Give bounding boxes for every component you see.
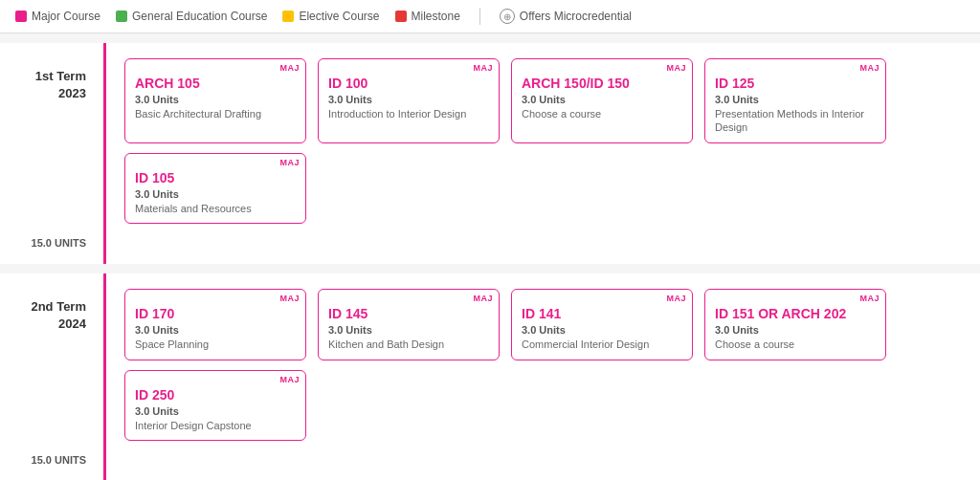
course-row-1-2: MAJ ID 105 3.0 Units Materials and Resou… <box>124 153 961 224</box>
course-card-arch105[interactable]: MAJ ARCH 105 3.0 Units Basic Architectur… <box>124 58 306 143</box>
course-row-1-1: MAJ ARCH 105 3.0 Units Basic Architectur… <box>124 58 961 143</box>
card-title: ID 100 <box>328 75 489 92</box>
card-title: ID 170 <box>135 305 296 322</box>
term-row-2: 2nd Term 2024 MAJ ID 170 3.0 Units Space… <box>19 289 961 450</box>
card-units: 3.0 Units <box>715 94 876 105</box>
elective-label: Elective Course <box>299 10 379 23</box>
card-badge: MAJ <box>279 294 300 303</box>
gen-ed-dot <box>116 11 127 22</box>
legend-major-course: Major Course <box>15 10 100 23</box>
card-units: 3.0 Units <box>135 94 296 105</box>
card-badge: MAJ <box>473 294 493 303</box>
course-row-2-1: MAJ ID 170 3.0 Units Space Planning MAJ … <box>124 289 961 360</box>
legend-elective-course: Elective Course <box>282 10 379 23</box>
microcred-label: Offers Microcredential <box>520 10 632 23</box>
gen-ed-label: General Education Course <box>132 10 267 23</box>
term-footer-2: 15.0 UNITS <box>19 454 961 466</box>
card-badge: MAJ <box>859 294 880 303</box>
course-card-id141[interactable]: MAJ ID 141 3.0 Units Commercial Interior… <box>511 289 693 360</box>
card-desc: Choose a course <box>522 107 682 120</box>
card-desc: Basic Architectural Drafting <box>135 107 296 120</box>
card-desc: Kitchen and Bath Design <box>328 338 489 351</box>
card-title: ID 151 OR ARCH 202 <box>715 305 876 322</box>
term-units-1: 15.0 UNITS <box>19 237 105 249</box>
term-courses-2: MAJ ID 170 3.0 Units Space Planning MAJ … <box>105 289 961 450</box>
course-card-id145[interactable]: MAJ ID 145 3.0 Units Kitchen and Bath De… <box>318 289 500 360</box>
card-desc: Interior Design Capstone <box>135 419 296 432</box>
card-badge: MAJ <box>666 294 686 303</box>
term-courses-1: MAJ ARCH 105 3.0 Units Basic Architectur… <box>105 58 961 233</box>
card-units: 3.0 Units <box>328 324 489 336</box>
course-card-id250[interactable]: MAJ ID 250 3.0 Units Interior Design Cap… <box>124 370 306 441</box>
course-card-id125[interactable]: MAJ ID 125 3.0 Units Presentation Method… <box>704 58 886 143</box>
course-card-id151orarch202[interactable]: MAJ ID 151 OR ARCH 202 3.0 Units Choose … <box>704 289 886 360</box>
term-section-1: 1st Term 2023 MAJ ARCH 105 3.0 Units Bas… <box>0 43 980 264</box>
card-badge: MAJ <box>666 63 686 73</box>
card-desc: Choose a course <box>715 338 876 351</box>
course-card-id105[interactable]: MAJ ID 105 3.0 Units Materials and Resou… <box>124 153 306 224</box>
card-title: ID 141 <box>522 305 682 322</box>
legend-divider <box>479 8 480 25</box>
card-title: ID 145 <box>328 305 489 322</box>
course-card-arch150id150[interactable]: MAJ ARCH 150/ID 150 3.0 Units Choose a c… <box>511 58 693 143</box>
card-badge: MAJ <box>473 63 493 73</box>
elective-dot <box>282 11 294 22</box>
microcred-icon: ⊕ <box>500 9 515 24</box>
card-units: 3.0 Units <box>715 324 876 336</box>
card-units: 3.0 Units <box>135 188 296 200</box>
card-title: ID 250 <box>135 386 296 404</box>
term-label-1: 1st Term 2023 <box>19 58 105 102</box>
card-units: 3.0 Units <box>135 405 296 417</box>
course-row-2-2: MAJ ID 250 3.0 Units Interior Design Cap… <box>124 370 961 441</box>
card-title: ID 105 <box>135 169 296 186</box>
card-badge: MAJ <box>279 375 300 384</box>
card-units: 3.0 Units <box>328 94 489 105</box>
card-desc: Materials and Resources <box>135 202 296 215</box>
card-desc: Introduction to Interior Design <box>328 107 489 120</box>
card-desc: Presentation Methods in Interior Design <box>715 107 876 135</box>
card-desc: Commercial Interior Design <box>522 338 682 351</box>
card-title: ID 125 <box>715 75 876 92</box>
milestone-dot <box>395 11 407 22</box>
legend-bar: Major Course General Education Course El… <box>0 0 980 33</box>
term-units-2: 15.0 UNITS <box>19 454 105 466</box>
card-desc: Space Planning <box>135 338 296 351</box>
card-title: ARCH 105 <box>135 75 296 92</box>
major-course-dot <box>15 11 27 22</box>
term-label-2: 2nd Term 2024 <box>19 289 105 333</box>
card-badge: MAJ <box>859 63 880 73</box>
page-wrapper: Major Course General Education Course El… <box>0 0 980 480</box>
legend-milestone: Milestone <box>395 10 460 23</box>
card-title: ARCH 150/ID 150 <box>522 75 682 92</box>
card-units: 3.0 Units <box>522 324 682 336</box>
card-badge: MAJ <box>279 63 300 73</box>
course-card-id100[interactable]: MAJ ID 100 3.0 Units Introduction to Int… <box>318 58 500 143</box>
course-card-id170[interactable]: MAJ ID 170 3.0 Units Space Planning <box>124 289 306 360</box>
milestone-label: Milestone <box>412 10 460 23</box>
legend-microcred: ⊕ Offers Microcredential <box>500 9 632 24</box>
card-units: 3.0 Units <box>522 94 682 105</box>
card-badge: MAJ <box>279 158 300 167</box>
major-course-label: Major Course <box>32 10 100 23</box>
legend-gen-ed-course: General Education Course <box>116 10 267 23</box>
term-footer-1: 15.0 UNITS <box>19 237 961 249</box>
card-units: 3.0 Units <box>135 324 296 336</box>
term-section-2: 2nd Term 2024 MAJ ID 170 3.0 Units Space… <box>0 273 980 480</box>
term-row-1: 1st Term 2023 MAJ ARCH 105 3.0 Units Bas… <box>19 58 961 233</box>
